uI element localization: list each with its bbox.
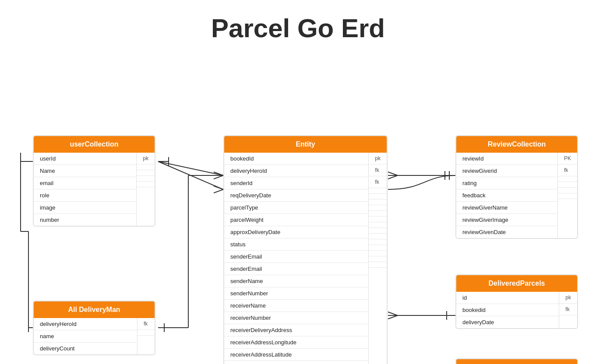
field-sender-email1: senderEmail <box>224 251 368 263</box>
field-dm-name: name <box>34 330 137 343</box>
svg-line-4 <box>214 175 223 179</box>
col-keys-user-collection: pk <box>136 153 155 226</box>
table-header-review: ReviewCollection <box>456 136 577 153</box>
key-st <box>369 211 387 217</box>
field-deliveryhero-id: deliveryHeroId <box>34 318 137 330</box>
table-delivered-parcels: DeliveredParcels id bookedid deliveryDat… <box>455 274 578 329</box>
field-sender-id: senderId <box>224 177 368 189</box>
key-rda <box>369 251 387 256</box>
key-se2 <box>369 222 387 228</box>
key-ral <box>369 256 387 262</box>
field-price: price <box>224 361 368 364</box>
svg-line-20 <box>388 172 398 175</box>
field-name: Name <box>34 165 136 177</box>
table-canceled-parcels: CanceledParcels id bookedid pk fk <box>455 358 578 364</box>
key-name <box>137 164 155 170</box>
svg-line-6 <box>214 186 223 189</box>
table-header-delivery-man: All DeliveryMan <box>34 301 155 318</box>
field-role: role <box>34 189 136 202</box>
key-dp-bookedid: fk <box>559 304 577 315</box>
svg-line-26 <box>388 312 398 315</box>
svg-line-3 <box>214 172 223 175</box>
key-rating <box>558 176 577 182</box>
key-rala <box>369 262 387 268</box>
svg-line-5 <box>158 161 223 189</box>
table-all-delivery-man: All DeliveryMan deliveryHeroId name deli… <box>33 301 155 355</box>
field-email: email <box>34 177 136 189</box>
field-receiver-address-lat: receiverAddressLatitude <box>224 349 368 361</box>
field-parcel-weight: parcelWeight <box>224 214 368 226</box>
key-review-giverid: fk <box>558 164 577 176</box>
key-dp-date <box>559 315 577 321</box>
key-dp-id: pk <box>559 292 577 304</box>
key-image <box>137 182 155 187</box>
key-dm-count <box>138 336 155 341</box>
field-receiver-number: receiverNumber <box>224 312 368 324</box>
field-sender-name: senderName <box>224 275 368 287</box>
field-receiver-address-long: receiverAddressLongitude <box>224 336 368 349</box>
field-approx-delivery-date: approxDeliveryDate <box>224 226 368 238</box>
key-snum <box>369 234 387 239</box>
key-pt <box>369 194 387 200</box>
col-fields-review: reviewId reviewGiverid rating feedback r… <box>456 153 557 238</box>
field-review-giver-name: reviewGiverName <box>456 202 557 214</box>
field-feedback: feedback <box>456 189 557 202</box>
table-review-collection: ReviewCollection reviewId reviewGiverid … <box>455 135 578 239</box>
svg-line-0 <box>158 161 223 175</box>
field-number: number <box>34 214 136 226</box>
field-dp-bookedid: bookedid <box>456 304 559 316</box>
field-receiver-name: receiverName <box>224 300 368 312</box>
table-entity: Entity bookedId deliveryHeroId senderId … <box>223 135 388 364</box>
field-dp-id: id <box>456 292 559 304</box>
key-entity-dhi: fk <box>369 164 387 176</box>
col-fields-delivered: id bookedid deliveryDate <box>456 292 559 328</box>
field-review-id: reviewId <box>456 153 557 165</box>
svg-line-7 <box>214 189 223 193</box>
key-price <box>369 268 387 273</box>
col-fields-delivery-man: deliveryHeroId name deliveryCount <box>34 318 137 354</box>
key-rgn <box>558 188 577 193</box>
field-status: status <box>224 238 368 251</box>
field-sender-email2: senderEmail <box>224 263 368 275</box>
col-keys-entity: pk fk fk <box>368 153 387 364</box>
key-review-id: PK <box>558 153 577 164</box>
key-userid: pk <box>137 153 155 164</box>
key-booked-id: pk <box>369 153 387 164</box>
table-header-canceled: CanceledParcels <box>456 359 577 364</box>
field-rating: rating <box>456 177 557 189</box>
field-sender-number: senderNumber <box>224 287 368 300</box>
key-se1 <box>369 217 387 222</box>
table-header-user-collection: userCollection <box>34 136 155 153</box>
field-review-giverid: reviewGiverid <box>456 165 557 177</box>
table-header-entity: Entity <box>224 136 387 153</box>
key-number <box>137 187 155 192</box>
key-email <box>137 170 155 176</box>
key-role <box>137 176 155 182</box>
field-delivery-count: deliveryCount <box>34 343 137 354</box>
erd-diagram: userCollection userId Name email role im… <box>0 61 596 364</box>
key-rnum <box>369 245 387 251</box>
key-rn <box>369 239 387 245</box>
field-image: image <box>34 202 136 214</box>
key-add <box>369 205 387 211</box>
field-review-giver-image: reviewGiverImage <box>456 214 557 226</box>
key-deliveryhero: fk <box>138 318 155 330</box>
page-title: Parcel Go Erd <box>0 0 596 61</box>
col-keys-review: PK fk <box>557 153 577 238</box>
key-dm-name <box>138 330 155 336</box>
key-rgd <box>558 199 577 204</box>
key-entity-si: fk <box>369 176 387 188</box>
field-review-given-date: reviewGivenDate <box>456 226 557 238</box>
table-header-delivered: DeliveredParcels <box>456 275 577 292</box>
field-userid: userId <box>34 153 136 165</box>
col-fields-user-collection: userId Name email role image number <box>34 153 136 226</box>
key-rgi <box>558 193 577 199</box>
field-parcel-type: parcelType <box>224 202 368 214</box>
svg-line-27 <box>388 315 398 319</box>
key-pw <box>369 200 387 205</box>
field-booked-id: bookedId <box>224 153 368 165</box>
key-sn <box>369 228 387 234</box>
field-delivery-hero-id: deliveryHeroId <box>224 165 368 177</box>
col-fields-entity: bookedId deliveryHeroId senderId reqDeli… <box>224 153 368 364</box>
col-keys-delivery-man: fk <box>137 318 155 354</box>
